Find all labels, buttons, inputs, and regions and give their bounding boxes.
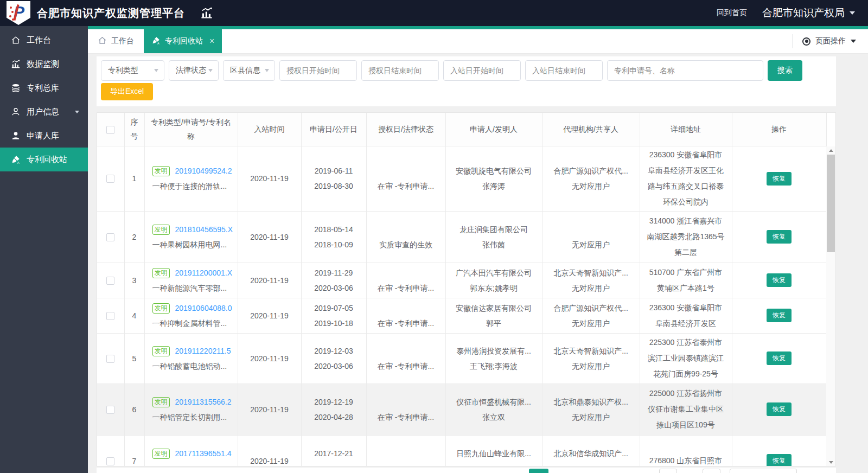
pagination-button[interactable] <box>659 469 677 473</box>
back-home-link[interactable]: 回到首页 <box>717 8 747 18</box>
scroll-up-icon[interactable] <box>826 146 835 154</box>
row-index: 2 <box>124 211 144 263</box>
org-name: 合肥市知识产权局 <box>762 6 845 20</box>
publish-date: 2020-04-28 <box>302 410 366 425</box>
apply-date: 2019-12-19 <box>302 394 366 410</box>
applicant: 安徽信达家居有限公司 <box>446 301 542 316</box>
patent-type-badge: 发明 <box>152 225 170 235</box>
sidebar-item-user-info[interactable]: 用户信息 <box>0 100 88 124</box>
patent-number-link[interactable]: 201911200001.X <box>175 269 232 277</box>
publish-date: 2019-10-18 <box>302 316 366 331</box>
app-logo: P <box>7 1 30 25</box>
table-scrollbar[interactable] <box>826 146 835 466</box>
close-icon[interactable]: × <box>209 37 214 46</box>
scroll-down-icon[interactable] <box>826 458 835 466</box>
grant-start-date-input[interactable] <box>279 60 357 81</box>
sidebar-item-patent-recycle-bin[interactable]: A 专利回收站 <box>0 148 88 171</box>
applicant: 泰州港润投资发展有... <box>446 343 542 359</box>
table-header-row: 序号 专利类型/申请号/专利名称 入站时间 申请日/公开日 授权日/法律状态 申… <box>97 113 826 146</box>
sidebar-item-data-monitor[interactable]: 数据监测 <box>0 52 88 76</box>
restore-button[interactable]: 恢复 <box>767 309 792 322</box>
row-checkbox[interactable] <box>106 277 114 285</box>
patent-name: 一种铝管定长切割用... <box>152 410 233 425</box>
patent-type-select[interactable]: 专利类型 <box>101 60 164 81</box>
entry-end-date-input[interactable] <box>525 60 603 81</box>
table-row: 2 发明 201810456595.X 一种果树园林用电网... 2020-11… <box>97 211 826 263</box>
page-size-select[interactable] <box>730 469 797 473</box>
legal-status: 实质审查的生效 <box>367 237 445 252</box>
entry-date: 2020-11-19 <box>238 298 301 333</box>
applicant: 龙庄润集团有限公司 <box>446 222 542 237</box>
patent-type-badge: 发明 <box>152 268 170 278</box>
entry-date: 2020-11-19 <box>238 435 301 466</box>
chevron-down-icon <box>265 69 269 72</box>
address: 236300 安徽省阜阳市阜南县经济开发区王化路与纬五路交叉口裕泰环保公司院内 <box>640 146 732 211</box>
apply-date: 2019-06-11 <box>302 163 366 178</box>
restore-button[interactable]: 恢复 <box>767 402 792 416</box>
tab-patent-recycle-bin[interactable]: A 专利回收站 × <box>144 29 222 53</box>
agency: 北京和信华成知识产... <box>542 446 640 461</box>
pagination-active-page[interactable] <box>529 469 548 473</box>
restore-button[interactable]: 恢复 <box>767 172 792 186</box>
app: P 合肥市知识产权监测管理平台 回到首页 合肥市知识产权局 <box>0 0 868 473</box>
publish-date: 2018-10-09 <box>302 237 366 252</box>
row-checkbox[interactable] <box>106 312 114 320</box>
home-icon <box>98 36 107 47</box>
patent-number-link[interactable]: 201911315566.2 <box>175 398 231 406</box>
grant-end-date-input[interactable] <box>361 60 439 81</box>
sidebar-item-workbench[interactable]: 工作台 <box>0 28 88 52</box>
tab-bar: 工作台 A 专利回收站 × <box>88 29 868 54</box>
agency: 合肥广源知识产权代... <box>542 163 640 178</box>
agency <box>542 222 640 237</box>
table-row: 1 发明 201910499524.2 一种便于连接的滑轨... 2020-11… <box>97 146 826 211</box>
row-checkbox[interactable] <box>106 406 114 414</box>
restore-button[interactable]: 恢复 <box>767 454 792 466</box>
patent-number-link[interactable]: 201711396551.4 <box>175 449 231 458</box>
org-dropdown[interactable]: 合肥市知识产权局 <box>762 6 855 20</box>
entry-start-date-input[interactable] <box>443 60 521 81</box>
restore-button[interactable]: 恢复 <box>767 351 792 365</box>
patent-type-badge: 发明 <box>152 397 170 407</box>
entry-date: 2020-11-19 <box>238 263 301 298</box>
database-icon <box>11 83 21 93</box>
patent-type-badge: 发明 <box>152 346 170 356</box>
address: 236300 安徽省阜阳市阜南县经济开发区 <box>640 298 732 333</box>
row-checkbox[interactable] <box>106 175 114 183</box>
legal-status-select[interactable]: 法律状态 <box>169 60 219 81</box>
patent-type-badge: 发明 <box>152 449 170 459</box>
restore-button[interactable]: 恢复 <box>767 273 792 287</box>
legal-status <box>367 461 445 467</box>
patent-number-link[interactable]: 201910499524.2 <box>175 167 232 175</box>
column-header: 专利类型/申请号/专利名称 <box>144 113 238 146</box>
row-checkbox[interactable] <box>106 233 114 241</box>
patent-number-link[interactable]: 201910604088.0 <box>175 304 232 312</box>
agency: 合肥广源知识产权代... <box>542 301 640 316</box>
grant-date <box>367 222 445 237</box>
patent-number-link[interactable]: 201911220211.5 <box>175 347 231 355</box>
patent-search-input[interactable] <box>607 60 763 81</box>
select-all-checkbox[interactable] <box>106 126 114 134</box>
restore-button[interactable]: 恢复 <box>767 230 792 244</box>
search-button[interactable]: 搜索 <box>768 60 802 81</box>
row-checkbox[interactable] <box>106 457 114 465</box>
row-checkbox[interactable] <box>106 355 114 363</box>
grant-date <box>367 446 445 461</box>
scrollbar-thumb[interactable] <box>827 155 835 252</box>
sharer <box>542 461 640 467</box>
sidebar-item-applicant-database[interactable]: 申请人库 <box>0 124 88 148</box>
patent-number-link[interactable]: 201810456595.X <box>175 225 233 234</box>
sidebar-item-patent-database[interactable]: 专利总库 <box>0 76 88 100</box>
table-row: 3 发明 201911200001.X 一种新能源汽车零部... 2020-11… <box>97 263 826 298</box>
export-excel-button[interactable]: 导出Excel <box>101 83 153 100</box>
entry-date: 2020-11-19 <box>238 146 301 211</box>
pagination-button[interactable] <box>703 469 720 473</box>
brush-icon: A <box>11 155 21 164</box>
row-index: 7 <box>124 435 144 466</box>
district-select[interactable]: 区县信息 <box>223 60 275 81</box>
svg-text:A: A <box>157 42 159 45</box>
main-content: 工作台 A 专利回收站 × <box>88 26 868 473</box>
column-header: 入站时间 <box>238 113 301 146</box>
tab-workbench[interactable]: 工作台 <box>88 29 144 53</box>
page-actions-dropdown[interactable]: 页面操作 <box>802 36 856 46</box>
column-header: 详细地址 <box>640 113 732 146</box>
